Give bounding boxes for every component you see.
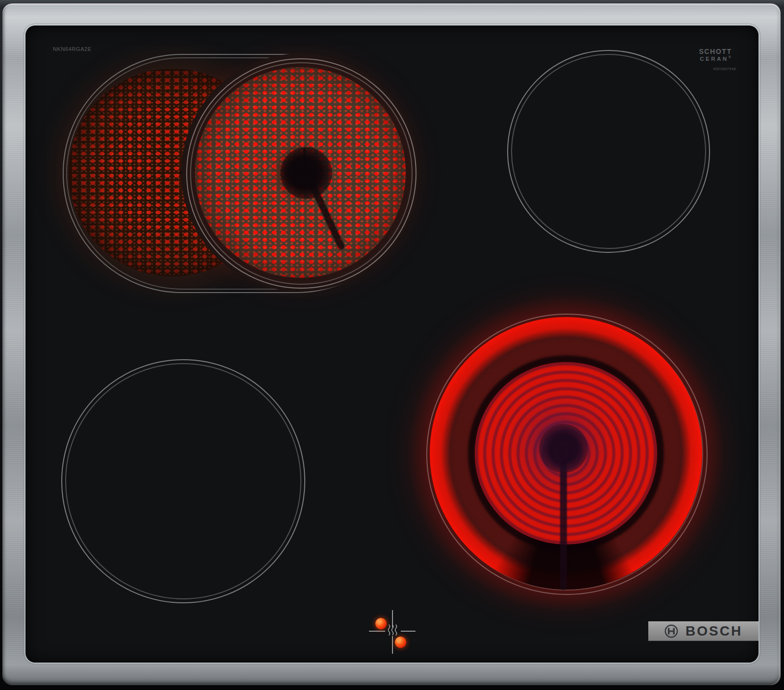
cooktop-product-photo: NKN64RGA2E SCHOTT CERAN® 9001607548 — [0, 0, 784, 690]
alignment-cross-line — [392, 636, 393, 654]
residual-heat-dot — [395, 637, 406, 648]
zone-back-right-outline — [507, 50, 710, 253]
residual-heat-dot — [375, 618, 387, 629]
model-number: NKN64RGA2E — [53, 46, 92, 52]
alignment-cross-line — [401, 631, 416, 632]
zone-front-right-sensor-stem — [560, 462, 567, 590]
bosch-wordmark: BOSCH — [686, 624, 742, 638]
registered-mark: ® — [729, 55, 731, 59]
zone-front-right-sensor — [539, 424, 588, 473]
bosch-logo-badge: BOSCH — [648, 621, 759, 641]
print-number: 9001607548 — [692, 67, 739, 71]
schott-wordmark: SCHOTT — [692, 48, 739, 55]
ceramic-glass-surface: NKN64RGA2E SCHOTT CERAN® 9001607548 — [25, 25, 759, 663]
alignment-cross-line — [369, 631, 385, 632]
steel-frame: NKN64RGA2E SCHOTT CERAN® 9001607548 — [2, 3, 781, 685]
schott-ceran-logo: SCHOTT CERAN® 9001607548 — [692, 48, 739, 71]
ceran-wordmark: CERAN® — [692, 55, 739, 62]
zone-front-left-outline — [61, 359, 305, 603]
residual-heat-icon — [387, 624, 398, 639]
bosch-emblem-icon — [664, 624, 679, 639]
zone-back-left-sensor — [280, 147, 332, 199]
